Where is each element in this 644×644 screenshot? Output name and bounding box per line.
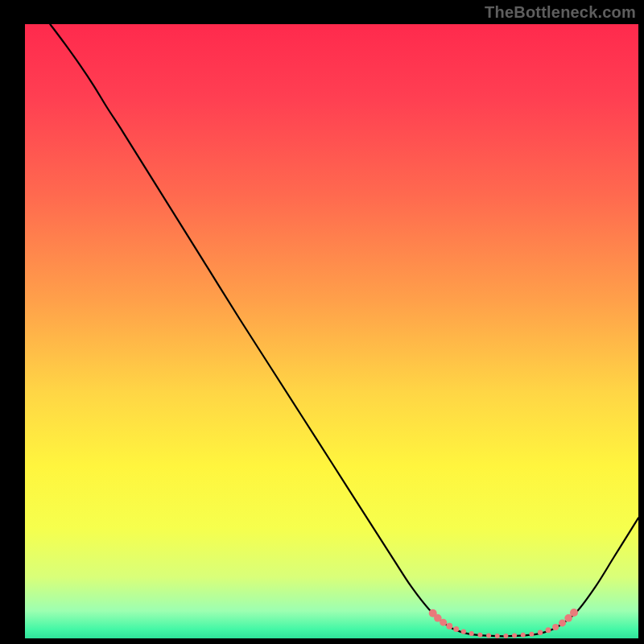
curve-marker [521,633,526,638]
curve-marker [469,631,474,636]
curve-marker [461,629,466,634]
curve-marker [477,633,482,638]
curve-marker [512,634,517,638]
curve-marker [552,624,559,630]
curve-marker [486,634,491,638]
plot-background [25,24,638,638]
curve-marker [495,634,500,638]
chart-container: { "watermark": "TheBottleneck.com", "cha… [0,0,644,644]
curve-marker [440,619,447,626]
bottleneck-chart [0,0,644,644]
watermark-label: TheBottleneck.com [485,3,636,22]
curve-marker [545,627,551,633]
curve-marker [503,634,508,638]
curve-marker [529,632,534,637]
curve-marker [453,626,459,632]
curve-marker [559,619,566,626]
curve-marker [538,630,543,635]
curve-marker [570,609,578,617]
curve-marker [446,623,452,630]
